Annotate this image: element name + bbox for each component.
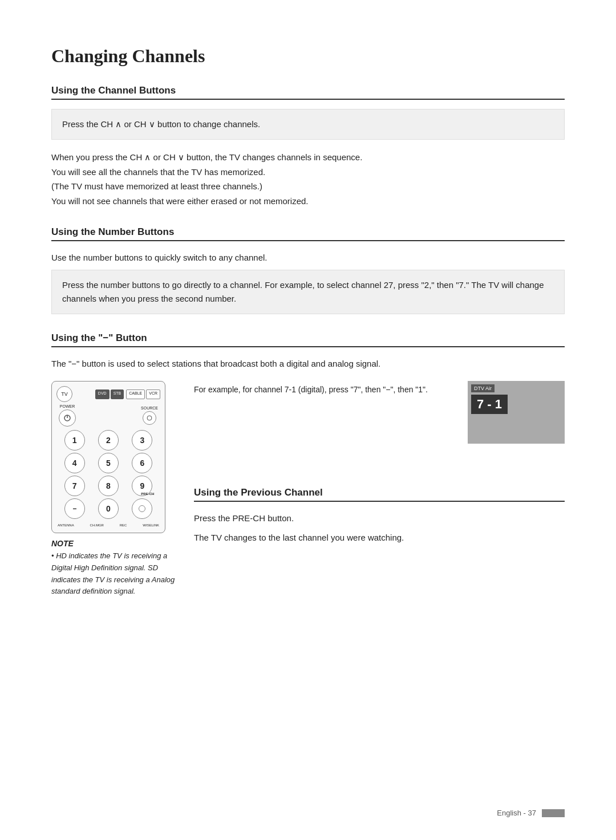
dvd-chip: DVD [95,389,110,399]
section3-content-row: TV DVD STB CABLE VCR POWER [51,381,565,598]
stb-chip: STB [111,389,124,399]
num-0-button[interactable]: 0 [98,498,119,519]
section1-highlight-box: Press the CH ∧ or CH ∨ button to change … [51,109,565,140]
section2-intro: Use the number buttons to quickly switch… [51,250,565,265]
vcr-chip: VCR [146,389,160,399]
source-button[interactable] [143,411,156,425]
section4-heading: Using the Previous Channel [194,487,565,502]
num-8-button[interactable]: 8 [98,476,119,496]
remote-bottom-labels: ANTENNA CH.MGR REC WISELINK [56,522,160,528]
section1-line2: You will see all the channels that the T… [51,167,265,177]
footer-text: English - 37 [497,809,536,817]
svg-point-3 [139,506,145,512]
section1-highlight-text: Press the CH ∧ or CH ∨ button to change … [62,119,260,129]
num-1-button[interactable]: 1 [64,430,85,451]
num-2-button[interactable]: 2 [98,430,119,451]
num-6-button[interactable]: 6 [132,453,152,473]
rec-label: REC [120,524,127,527]
page-title: Changing Channels [51,46,565,67]
channel-display: DTV Air 7 - 1 [468,381,565,444]
section3-heading: Using the "−" Button [51,332,565,347]
antenna-label: ANTENNA [58,524,74,527]
note-title: NOTE [51,539,177,548]
section3-example-text: For example, for channel 7-1 (digital), … [194,381,456,397]
number-grid: 1 2 3 4 5 6 7 8 9 − 0 PRE-CH [59,430,158,519]
svg-point-2 [147,416,152,420]
section4: Using the Previous Channel Press the PRE… [194,466,565,549]
section2-heading: Using the Number Buttons [51,226,565,241]
section4-body1: Press the PRE-CH button. [194,511,565,526]
prech-icon [138,505,146,513]
note-body: HD indicates the TV is receiving a Digit… [51,551,175,595]
source-icon [147,415,152,421]
remote-chips: DVD STB CABLE VCR [95,389,160,399]
tv-label: TV [61,391,68,397]
section2-highlight-text: Press the number buttons to go directly … [62,280,544,303]
wiselink-label: WISELINK [143,524,159,527]
section1-body: When you press the CH ∧ or CH ∨ button, … [51,150,565,208]
section3-body: The "−" button is used to select station… [51,356,565,371]
prech-button[interactable]: PRE-CH [132,498,152,519]
num-7-button[interactable]: 7 [64,476,85,496]
num-4-button[interactable]: 4 [64,453,85,473]
note-bullet-icon: • [51,551,56,560]
tv-button[interactable]: TV [56,386,72,402]
section2-highlight-box: Press the number buttons to go directly … [51,270,565,314]
dash-button[interactable]: − [64,498,85,519]
power-icon [63,414,71,422]
remote-power-row: POWER SOURCE [56,404,160,427]
footer-bar [542,809,565,817]
num-5-button[interactable]: 5 [98,453,119,473]
prech-label: PRE-CH [141,492,154,496]
section1-heading: Using the Channel Buttons [51,85,565,100]
power-button[interactable] [59,409,76,427]
page-footer: English - 37 [497,809,565,817]
section1-line4: You will not see channels that were eith… [51,196,309,206]
section4-body2: The TV changes to the last channel you w… [194,530,565,545]
cable-chip: CABLE [126,389,145,399]
power-label: POWER [60,404,75,408]
note-section: NOTE • HD indicates the TV is receiving … [51,539,177,598]
remote-container: TV DVD STB CABLE VCR POWER [51,381,177,598]
source-label: SOURCE [141,406,158,410]
section1-line1: When you press the CH ∧ or CH ∨ button, … [51,152,362,162]
channel-number-display: 7 - 1 [471,395,508,414]
remote-control: TV DVD STB CABLE VCR POWER [51,381,165,533]
chmgr-label: CH.MGR [90,524,104,527]
note-text: • HD indicates the TV is receiving a Dig… [51,550,177,598]
remote-top-row: TV DVD STB CABLE VCR [56,386,160,402]
section1-line3: (The TV must have memorized at least thr… [51,181,262,191]
channel-display-label: DTV Air [471,384,495,392]
num-3-button[interactable]: 3 [132,430,152,451]
